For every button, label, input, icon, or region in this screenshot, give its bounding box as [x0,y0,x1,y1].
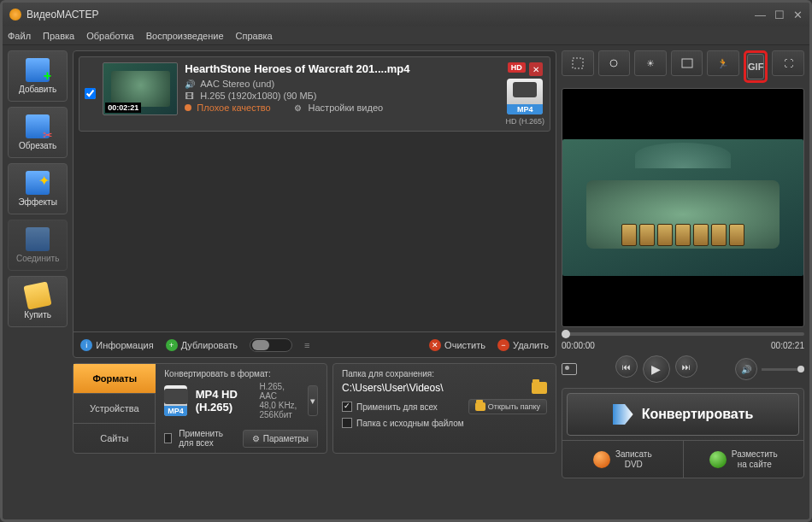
film-icon [680,56,694,70]
effects-label: Эффекты [18,197,56,207]
effects-button[interactable]: Эффекты [8,163,68,214]
window-controls: — ☐ ✕ [755,9,803,21]
file-row[interactable]: 00:02:21 HearthStone Heroes of Warcraft … [79,56,550,132]
tab-devices[interactable]: Устройства [74,394,156,424]
snapshot-button[interactable] [562,363,577,375]
effects-icon [26,171,50,195]
enhance-tool[interactable] [598,50,631,76]
format-name: MP4 HD (H.265) [196,388,241,413]
file-list-panel: 00:02:21 HearthStone Heroes of Warcraft … [73,50,556,358]
tab-formats[interactable]: Форматы [74,364,156,394]
minimize-button[interactable]: — [755,9,766,21]
play-button[interactable]: ▶ [643,355,670,383]
prev-button[interactable]: ⏮ [615,355,638,378]
time-end: 00:02:21 [771,341,804,350]
video-info: H.265 (1920x1080) (90 МБ) [200,91,316,101]
svg-rect-2 [682,59,692,67]
crop-tool[interactable] [562,50,594,76]
format-badge: MP4 [507,79,543,114]
format-dropdown-button[interactable]: ▾ [308,385,318,416]
save-panel: Папка для сохранения: C:\Users\User\Vide… [332,363,556,454]
titlebar: ВидеоМАСТЕР — ☐ ✕ [3,3,809,26]
fullscreen-tool[interactable]: ⛶ [772,50,804,76]
time-start: 00:00:00 [562,341,595,350]
publish-button[interactable]: Разместить на сайте [684,441,804,478]
app-logo-icon [9,9,21,21]
browse-folder-button[interactable] [532,382,547,394]
join-button[interactable]: Соединить [8,220,68,271]
clear-button[interactable]: ✕Очистить [429,339,485,351]
sidebar: Добавить Обрезать Эффекты Соединить Купи… [8,50,68,478]
menu-playback[interactable]: Воспроизведение [146,31,224,41]
add-icon [26,58,50,82]
view-toggle[interactable] [250,338,292,352]
format-icon: MP4 [164,385,187,416]
gif-tool[interactable]: GIF [747,54,764,79]
buy-label: Купить [24,310,51,320]
add-button[interactable]: Добавить [8,50,68,102]
file-checkbox[interactable] [85,88,96,99]
player-controls: ⏮ ▶ ⏭ 🔊 [562,355,804,383]
fullscreen-icon: ⛶ [784,58,793,68]
menu-help[interactable]: Справка [236,31,273,41]
preview-tools: ☀ 🏃 GIF ⛶ [562,50,804,83]
brightness-icon: ☀ [646,58,655,69]
text-tool[interactable] [671,50,703,76]
dvd-icon [593,451,610,468]
globe-icon [709,451,727,468]
brightness-tool[interactable]: ☀ [634,50,667,76]
preview-frame [562,139,803,276]
menubar: Файл Правка Обработка Воспроизведение Сп… [3,26,809,45]
format-header: Конвертировать в формат: [164,369,318,378]
maximize-button[interactable]: ☐ [774,9,785,21]
next-button[interactable]: ⏭ [675,355,697,378]
svg-rect-0 [573,58,583,68]
video-icon: 🎞 [185,91,195,101]
action-panel: Конвертировать Записать DVD Разместить н… [562,388,804,478]
burn-dvd-button[interactable]: Записать DVD [562,441,684,478]
gif-highlight: GIF [744,50,768,83]
convert-icon [613,404,633,425]
join-icon [26,227,50,251]
save-header: Папка для сохранения: [342,369,547,378]
file-title: HearthStone Heroes of Warcraft 201....mp… [185,62,498,75]
quality-dot-icon [185,104,191,111]
apply-all-save-label: Применить для всех [356,402,438,412]
video-settings-link[interactable]: Настройки видео [309,103,384,113]
save-path: C:\Users\User\Videos\ [342,382,527,394]
hd-badge: HD [508,62,526,73]
timeline [562,332,804,336]
parameters-button[interactable]: ⚙Параметры [243,430,318,448]
crop-icon [571,56,585,70]
buy-button[interactable]: Купить [8,276,68,327]
seek-bar[interactable] [562,332,804,336]
volume-button[interactable]: 🔊 [735,358,757,380]
codec-label: HD (H.265) [505,117,544,126]
speed-tool[interactable]: 🏃 [707,50,739,76]
info-button[interactable]: iИнформация [80,339,153,351]
menu-file[interactable]: Файл [8,31,31,41]
close-button[interactable]: ✕ [793,9,803,21]
menu-edit[interactable]: Правка [43,31,74,41]
tab-sites[interactable]: Сайты [74,424,156,453]
ticket-icon [24,281,52,309]
video-preview [562,88,804,327]
format-detail-2: 48,0 KHz, 256Кбит [259,401,299,419]
apply-all-save-checkbox[interactable] [342,402,352,412]
duplicate-button[interactable]: +Дублировать [166,339,238,351]
remove-file-button[interactable]: ✕ [529,62,543,76]
source-folder-checkbox[interactable] [342,418,352,428]
convert-button[interactable]: Конвертировать [567,393,799,436]
apply-all-format-checkbox[interactable] [164,433,172,443]
format-panel: Форматы Устройства Сайты Конвертировать … [73,363,327,454]
speed-icon: 🏃 [717,58,729,69]
open-folder-button[interactable]: Открыть папку [468,399,547,414]
menu-process[interactable]: Обработка [86,31,133,41]
trim-button[interactable]: Обрезать [8,107,68,158]
duplicate-icon: + [166,339,178,351]
join-label: Соединить [16,254,59,263]
duration-label: 00:02:21 [105,103,141,113]
delete-button[interactable]: −Удалить [497,339,549,351]
volume-slider[interactable] [762,368,804,371]
list-view-icon[interactable]: ≡ [304,340,309,350]
